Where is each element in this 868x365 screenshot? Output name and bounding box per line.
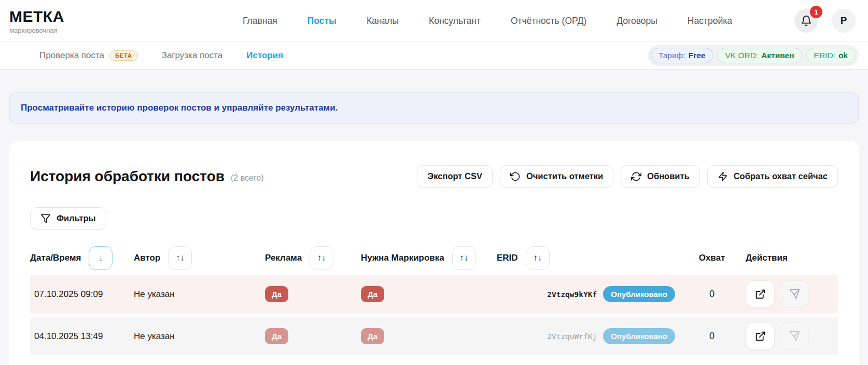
col-actions-label: Действия — [746, 253, 788, 263]
ads-badge: Да — [265, 328, 288, 344]
open-post-button[interactable] — [746, 280, 775, 308]
beta-badge: БЕТА — [109, 50, 138, 61]
erid-pill: ERID: ok — [806, 48, 856, 63]
tariff-pill-value: Free — [689, 51, 706, 60]
status-pills: Тариф: Free VK ORD: Активен ERID: ok — [648, 45, 859, 66]
sort-arrows-icon: ↑↓ — [317, 253, 326, 263]
sort-button-author[interactable]: ↑↓ — [168, 246, 192, 270]
erid-pill-label: ERID: — [814, 51, 835, 60]
clear-marks-label: Очистить отметки — [526, 171, 603, 181]
col-datetime-label: Дата/Время — [30, 253, 81, 263]
marking-badge: Да — [361, 286, 384, 302]
sort-arrows-icon: ↑↓ — [533, 253, 542, 263]
filters-label: Фильтры — [57, 213, 96, 223]
table-row[interactable]: 04.10.2025 13:49 Не указан Да Да 2VtzquW… — [30, 317, 838, 355]
history-panel: История обработки постов (2 всего) Экспо… — [9, 141, 859, 365]
col-ads-label: Реклама — [265, 253, 302, 263]
erid-pill-value: ok — [838, 51, 848, 60]
send-button[interactable] — [780, 280, 809, 308]
main-nav: Главная Посты Каналы Консультант Отчётно… — [243, 16, 732, 26]
external-link-icon — [755, 331, 766, 342]
export-csv-label: Экспорт CSV — [427, 171, 482, 181]
col-header-datetime: Дата/Время ↓ — [30, 246, 134, 270]
col-header-marking: Нужна Маркировка ↑↓ — [361, 246, 497, 270]
tab-post-upload-label: Загрузка поста — [162, 50, 223, 61]
brand-subtitle: маркировочная — [9, 26, 113, 34]
vk-ord-pill-label: VK ORD: — [725, 51, 758, 60]
col-marking-label: Нужна Маркировка — [361, 253, 444, 263]
send-icon — [789, 289, 800, 300]
collect-reach-button[interactable]: Собрать охват сейчас — [707, 165, 838, 187]
info-banner: Просматривайте историю проверок постов и… — [9, 92, 859, 124]
sort-arrows-icon: ↑↓ — [459, 253, 468, 263]
table-header-row: Дата/Время ↓ Автор ↑↓ Реклама ↑↓ Нужна М… — [30, 241, 838, 275]
col-erid-label: ERID — [497, 253, 518, 263]
tab-post-check-label: Проверка поста — [39, 50, 104, 61]
nav-item-posts[interactable]: Посты — [307, 16, 337, 26]
refresh-icon — [631, 171, 641, 182]
info-banner-text: Просматривайте историю проверок постов и… — [21, 103, 338, 113]
col-header-ads: Реклама ↑↓ — [265, 246, 361, 270]
open-post-button[interactable] — [746, 322, 775, 350]
avatar[interactable]: P — [832, 9, 856, 33]
brand-logo[interactable]: МЕТКА маркировочная — [9, 8, 113, 34]
clear-marks-button[interactable]: Очистить отметки — [500, 165, 613, 187]
sort-arrows-icon: ↑↓ — [176, 253, 185, 263]
tariff-pill-label: Тариф: — [659, 51, 685, 60]
arrow-down-icon: ↓ — [99, 252, 104, 264]
col-author-label: Автор — [134, 253, 160, 263]
send-icon — [789, 331, 800, 342]
nav-item-channels[interactable]: Каналы — [367, 16, 399, 26]
nav-item-settings[interactable]: Настройка — [688, 16, 732, 26]
collect-reach-label: Собрать охват сейчас — [734, 171, 828, 181]
notification-count-badge: 1 — [810, 6, 822, 18]
erid-code: 2Vtzqw9kYKf — [547, 290, 597, 299]
col-header-actions: Действия — [746, 253, 838, 263]
tab-history[interactable]: История — [246, 50, 283, 61]
nav-item-consultant[interactable]: Консультант — [429, 16, 481, 26]
export-csv-button[interactable]: Экспорт CSV — [417, 165, 492, 187]
row-datetime: 04.10.2025 13:49 — [30, 331, 134, 342]
sort-button-datetime[interactable]: ↓ — [89, 246, 113, 270]
erid-code: 2VtzquWrfKj — [547, 332, 597, 341]
zap-icon — [718, 171, 728, 182]
sort-button-erid[interactable]: ↑↓ — [526, 246, 550, 270]
row-datetime: 07.10.2025 09:09 — [30, 289, 134, 300]
vk-ord-pill-value: Активен — [761, 51, 794, 60]
nav-item-reporting[interactable]: Отчётность (ОРД) — [511, 16, 586, 26]
top-bar: МЕТКА маркировочная Главная Посты Каналы… — [0, 0, 868, 42]
marking-badge: Да — [361, 328, 384, 344]
history-table: Дата/Время ↓ Автор ↑↓ Реклама ↑↓ Нужна М… — [30, 241, 838, 355]
filter-icon — [40, 213, 51, 224]
tab-history-label: История — [246, 50, 283, 61]
total-count-note: (2 всего) — [231, 173, 264, 183]
reach-value: 0 — [709, 289, 715, 300]
filters-button[interactable]: Фильтры — [30, 207, 106, 229]
tab-post-upload[interactable]: Загрузка поста — [162, 50, 223, 61]
sort-button-ads[interactable]: ↑↓ — [310, 246, 333, 270]
external-link-icon — [755, 289, 766, 300]
bell-icon — [801, 15, 812, 26]
notifications-button[interactable]: 1 — [794, 9, 818, 33]
send-button[interactable] — [780, 322, 809, 350]
tariff-pill: Тариф: Free — [651, 48, 713, 63]
table-row[interactable]: 07.10.2025 09:09 Не указан Да Да 2Vtzqw9… — [30, 275, 838, 313]
nav-item-contracts[interactable]: Договоры — [617, 16, 657, 26]
rotate-ccw-icon — [510, 171, 521, 182]
tab-post-check[interactable]: Проверка поста БЕТА — [39, 50, 138, 61]
row-author: Не указан — [134, 289, 265, 300]
col-reach-label: Охват — [699, 253, 725, 263]
refresh-button[interactable]: Обновить — [621, 165, 700, 187]
reach-value: 0 — [709, 331, 715, 342]
nav-item-home[interactable]: Главная — [243, 16, 277, 26]
col-header-erid: ERID ↑↓ — [497, 246, 678, 270]
sort-button-marking[interactable]: ↑↓ — [452, 246, 476, 270]
status-badge: Опубликовано — [603, 328, 675, 344]
sub-nav: Проверка поста БЕТА Загрузка поста Истор… — [0, 42, 868, 70]
col-header-reach: Охват — [678, 253, 746, 263]
col-header-author: Автор ↑↓ — [134, 246, 265, 270]
status-badge: Опубликовано — [603, 286, 675, 302]
refresh-label: Обновить — [647, 171, 690, 181]
vk-ord-pill: VK ORD: Активен — [717, 48, 802, 63]
row-author: Не указан — [134, 331, 265, 342]
